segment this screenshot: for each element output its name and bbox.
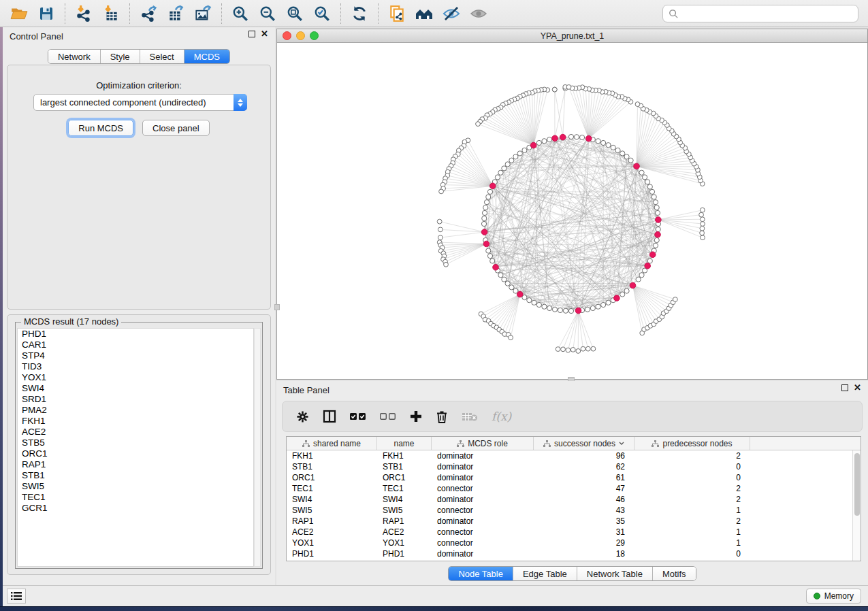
graph-node[interactable] (547, 306, 552, 310)
open-button[interactable] (5, 2, 33, 25)
table-scrollbar-thumb[interactable] (854, 453, 860, 516)
graph-node[interactable] (642, 175, 647, 180)
mcds-result-item[interactable]: STP4 (18, 350, 253, 361)
graph-leaf-node[interactable] (700, 226, 705, 231)
graph-node[interactable] (513, 154, 518, 159)
float-window-icon[interactable] (841, 384, 848, 391)
network-graph[interactable] (277, 43, 867, 379)
graph-hub-node[interactable] (614, 295, 620, 301)
mcds-result-item[interactable]: SRD1 (18, 394, 253, 405)
graph-node[interactable] (505, 281, 510, 286)
tab-motifs[interactable]: Motifs (653, 567, 696, 580)
mcds-result-item[interactable]: GCR1 (18, 503, 253, 514)
export-image-button[interactable] (189, 2, 216, 25)
graph-node[interactable] (628, 158, 633, 163)
add-row-button[interactable] (410, 410, 422, 423)
graph-hub-node[interactable] (649, 252, 656, 258)
network-canvas[interactable] (277, 43, 867, 379)
graph-node[interactable] (601, 140, 606, 145)
graph-leaf-node[interactable] (635, 102, 640, 107)
deselect-all-button[interactable] (380, 412, 396, 420)
graph-node[interactable] (532, 300, 536, 305)
graph-node[interactable] (601, 302, 606, 307)
export-table-button[interactable] (162, 2, 189, 25)
graph-leaf-node[interactable] (585, 346, 590, 351)
graph-node[interactable] (483, 205, 488, 210)
delete-row-button[interactable] (436, 410, 448, 423)
refresh-button[interactable] (346, 2, 373, 25)
table-row[interactable]: SWI4SWI4dominator462 (287, 494, 861, 505)
graph-node[interactable] (606, 143, 611, 148)
graph-node[interactable] (522, 148, 527, 152)
tab-network-table[interactable]: Network Table (577, 567, 653, 580)
mcds-list-scrollbar[interactable] (254, 328, 261, 567)
graph-hub-node[interactable] (630, 282, 636, 288)
graph-hub-node[interactable] (552, 135, 558, 142)
table-options-button[interactable] (296, 410, 309, 423)
column-header-name[interactable]: name (377, 437, 432, 450)
graph-node[interactable] (517, 151, 522, 156)
graph-node[interactable] (542, 304, 547, 309)
zoom-fit-button[interactable] (281, 2, 308, 25)
graph-node[interactable] (547, 137, 552, 142)
graph-hub-node[interactable] (483, 241, 489, 247)
graph-leaf-node[interactable] (700, 217, 705, 222)
graph-node[interactable] (558, 308, 562, 312)
graph-leaf-node[interactable] (581, 346, 585, 351)
graph-node[interactable] (655, 210, 660, 215)
memory-button[interactable]: Memory (806, 589, 861, 604)
hide-selected-button[interactable] (438, 2, 465, 25)
graph-hub-node[interactable] (489, 183, 496, 189)
graph-leaf-node[interactable] (700, 208, 705, 212)
graph-leaf-node[interactable] (438, 235, 443, 240)
graph-node[interactable] (596, 139, 600, 144)
tab-mcds[interactable]: MCDS (184, 50, 229, 63)
graph-hub-node[interactable] (655, 232, 661, 238)
graph-node[interactable] (502, 277, 507, 282)
tab-node-table[interactable]: Node Table (449, 567, 513, 580)
graph-node[interactable] (568, 134, 573, 139)
mcds-result-item[interactable]: STB5 (18, 437, 253, 448)
criterion-dropdown[interactable]: largest connected component (undirected) (33, 94, 247, 111)
graph-leaf-node[interactable] (701, 222, 705, 227)
mcds-result-item[interactable]: PHD1 (18, 329, 253, 340)
import-table-button[interactable] (97, 2, 125, 25)
graph-node[interactable] (484, 200, 489, 205)
graph-node[interactable] (590, 306, 595, 310)
search-input[interactable] (683, 9, 852, 19)
graph-hub-node[interactable] (517, 291, 523, 297)
graph-node[interactable] (652, 195, 656, 199)
graph-leaf-node[interactable] (701, 235, 705, 240)
window-maximize-icon[interactable] (310, 31, 319, 40)
close-panel-button[interactable]: Close panel (142, 120, 210, 136)
graph-node[interactable] (639, 273, 644, 278)
graph-node[interactable] (498, 170, 503, 175)
column-header-predecessor-nodes[interactable]: predecessor nodes (634, 437, 750, 450)
graph-hub-node[interactable] (481, 229, 487, 235)
graph-node[interactable] (647, 184, 652, 189)
graph-leaf-node[interactable] (437, 219, 442, 224)
graph-leaf-node[interactable] (476, 122, 481, 127)
graph-hub-node[interactable] (645, 263, 651, 269)
import-network-button[interactable] (70, 2, 97, 25)
window-minimize-icon[interactable] (296, 31, 305, 40)
mcds-result-item[interactable]: TID3 (18, 361, 253, 372)
graph-node[interactable] (620, 151, 625, 156)
graph-node[interactable] (487, 189, 492, 194)
table-row[interactable]: RAP1RAP1dominator352 (287, 516, 861, 527)
graph-leaf-node[interactable] (673, 297, 677, 302)
table-row[interactable]: ORC1ORC1dominator610 (287, 472, 861, 483)
graph-node[interactable] (486, 195, 491, 199)
graph-node[interactable] (653, 200, 658, 205)
column-header-shared-name[interactable]: shared name (287, 437, 377, 450)
graph-leaf-node[interactable] (444, 262, 449, 267)
graph-node[interactable] (654, 205, 659, 210)
graph-hub-node[interactable] (585, 135, 592, 142)
graph-leaf-node[interactable] (566, 348, 570, 352)
graph-hub-node[interactable] (575, 308, 581, 314)
mcds-result-item[interactable]: CAR1 (18, 340, 253, 350)
graph-hub-node[interactable] (530, 142, 536, 148)
graph-node[interactable] (585, 307, 590, 312)
graph-hub-node[interactable] (634, 163, 640, 169)
mcds-result-item[interactable]: ORC1 (18, 448, 253, 459)
